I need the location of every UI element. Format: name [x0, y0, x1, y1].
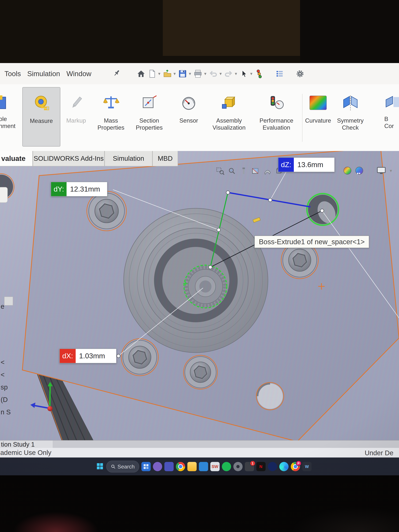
- save-dropdown-caret[interactable]: ▾: [189, 71, 191, 76]
- taskbar-icon-settings[interactable]: [233, 462, 243, 471]
- selection-tooltip: Boss-Extrude1 of new_spacer<1>: [254, 236, 369, 248]
- traffic-light-icon[interactable]: [254, 69, 264, 78]
- print-dropdown-caret[interactable]: ▾: [204, 71, 206, 76]
- heads-up-view-toolbar: [215, 166, 284, 176]
- ribbon-button-markup[interactable]: Markup: [61, 87, 91, 146]
- open-dropdown-caret[interactable]: ▾: [173, 71, 176, 76]
- ribbon-label-fragment: Cor: [384, 123, 394, 130]
- taskbar-icon-media-app[interactable]: [268, 462, 277, 471]
- ribbon-button-mass-properties[interactable]: Mass Properties: [93, 87, 128, 146]
- taskbar-icon-edge[interactable]: [279, 462, 289, 471]
- taskbar-icon-teams[interactable]: [165, 462, 174, 471]
- select-dropdown-caret[interactable]: ▾: [250, 71, 252, 76]
- browser-profile-badge: P: [296, 461, 301, 466]
- appearance-sheet-icon[interactable]: [263, 166, 272, 176]
- menu-items: Tools Simulation Window: [5, 63, 91, 84]
- new-dropdown-caret[interactable]: ▾: [158, 71, 160, 76]
- menu-simulation[interactable]: Simulation: [27, 70, 60, 78]
- taskbar-icon-spotify[interactable]: [222, 462, 231, 471]
- ribbon-button-sensor[interactable]: Sensor: [174, 87, 203, 146]
- section-properties-icon: [140, 90, 158, 115]
- tab-evaluate[interactable]: valuate: [0, 151, 33, 166]
- appearance-ball-icon[interactable]: [343, 166, 352, 175]
- partial-left-icon: [0, 90, 17, 115]
- socket-screw-bottom-left[interactable]: [121, 339, 158, 376]
- ribbon-button-section-properties[interactable]: Section Properties: [130, 87, 168, 146]
- windows-taskbar: Search SW 1 N P W: [0, 457, 399, 475]
- taskbar-icon-task-view[interactable]: [141, 462, 151, 471]
- fastener-preview-icon[interactable]: [239, 166, 248, 176]
- ribbon-button-performance-evaluation[interactable]: Performance Evaluation: [253, 87, 299, 146]
- menu-bar: Tools Simulation Window ▾ ▾ ▾ ▾ ▾ ▾ ▾: [0, 63, 399, 85]
- graphics-viewport[interactable]: ▾ dZ: 13.6mm dY: 12.31mm dX: 1.03mm Boss…: [0, 151, 399, 440]
- ribbon-button-partial-right[interactable]: B Cor: [384, 87, 399, 146]
- dx-label: dX:: [60, 349, 76, 363]
- ribbon-label-fragment: B: [384, 115, 388, 123]
- ribbon-button-symmetry-check[interactable]: Symmetry Check: [333, 87, 368, 146]
- save-icon[interactable]: [178, 69, 187, 78]
- through-hole-bottom-right[interactable]: [256, 382, 284, 410]
- zoom-to-area-icon[interactable]: [215, 166, 225, 176]
- curvature-icon: [310, 90, 327, 115]
- ribbon-button-curvature[interactable]: Curvature: [304, 87, 333, 146]
- render-style-ball-icon[interactable]: [355, 166, 364, 175]
- taskbar-icon-netflix[interactable]: N: [256, 462, 266, 471]
- dy-label: dY:: [51, 182, 67, 196]
- taskbar-icon-solidworks[interactable]: SW: [210, 462, 220, 471]
- dx-measurement-callout[interactable]: dX: 1.03mm: [59, 348, 116, 363]
- photo-background-bottom: [0, 475, 399, 532]
- menu-tools[interactable]: Tools: [5, 70, 21, 78]
- ribbon-button-measure[interactable]: Measure: [22, 87, 60, 146]
- dz-label: dZ:: [278, 158, 294, 172]
- section-view-icon[interactable]: [251, 166, 260, 176]
- home-icon[interactable]: [136, 69, 146, 78]
- taskbar-search[interactable]: Search: [106, 461, 139, 472]
- taskbar-icon-discord[interactable]: 1: [245, 462, 254, 471]
- dz-value: 13.6mm: [294, 158, 334, 172]
- ribbon-button-partial-left[interactable]: ole nment: [0, 87, 20, 146]
- open-icon[interactable]: [163, 69, 172, 78]
- left-panel-square: [4, 297, 13, 305]
- left-panel-text-fragment: e: [1, 303, 4, 310]
- ribbon-button-assembly-visualization[interactable]: Assembly Visualization: [207, 87, 251, 146]
- tab-simulation[interactable]: Simulation: [105, 151, 152, 166]
- pin-menu-icon[interactable]: [112, 69, 121, 78]
- ribbon-separator: [302, 94, 303, 142]
- print-icon[interactable]: [193, 69, 203, 78]
- assembly-visualization-icon: [220, 90, 238, 115]
- dz-measurement-callout[interactable]: dZ: 13.6mm: [278, 157, 335, 172]
- start-button[interactable]: [96, 462, 104, 471]
- redo-icon[interactable]: [224, 69, 233, 78]
- display-settings-caret[interactable]: ▾: [390, 168, 392, 173]
- taskbar-icon-browser-profile[interactable]: P: [291, 462, 300, 471]
- menu-window[interactable]: Window: [66, 70, 91, 78]
- select-cursor-icon[interactable]: [239, 69, 248, 78]
- settings-gear-icon[interactable]: [295, 69, 305, 78]
- dy-measurement-callout[interactable]: dY: 12.31mm: [51, 182, 108, 196]
- search-label: Search: [117, 463, 135, 470]
- sensor-icon: [180, 90, 198, 115]
- taskbar-icon-widgets[interactable]: [153, 462, 162, 471]
- taskbar-icon-chrome[interactable]: [176, 462, 185, 471]
- discord-notification-badge: 1: [250, 461, 255, 466]
- redo-dropdown-caret[interactable]: ▾: [235, 71, 237, 76]
- display-settings-icon[interactable]: [375, 166, 387, 176]
- left-panel-text-fragment: sp: [1, 383, 8, 391]
- new-document-icon[interactable]: [147, 69, 157, 78]
- socket-screw-bottom-center[interactable]: [184, 355, 217, 389]
- undo-dropdown-caret[interactable]: ▾: [219, 71, 222, 76]
- tab-mbd[interactable]: MBD: [152, 151, 178, 166]
- zoom-fit-icon[interactable]: [227, 166, 236, 176]
- license-watermark: ademic Use Only: [0, 449, 51, 456]
- taskbar-icon-file-explorer[interactable]: [187, 462, 197, 471]
- taskbar-icon-store[interactable]: [199, 462, 208, 471]
- tab-motion-study[interactable]: tion Study 1: [0, 441, 53, 448]
- socket-screw-top-left[interactable]: [87, 191, 127, 231]
- undo-icon[interactable]: [209, 69, 218, 78]
- tab-solidworks-add-ins[interactable]: SOLIDWORKS Add-Ins: [33, 151, 105, 166]
- status-bar: ademic Use Only Under De: [0, 448, 399, 457]
- command-list-icon[interactable]: [275, 69, 284, 78]
- taskbar-icon-wordpress[interactable]: W: [302, 462, 311, 471]
- dy-value: 12.31mm: [67, 182, 107, 196]
- partial-right-icon: [384, 90, 399, 115]
